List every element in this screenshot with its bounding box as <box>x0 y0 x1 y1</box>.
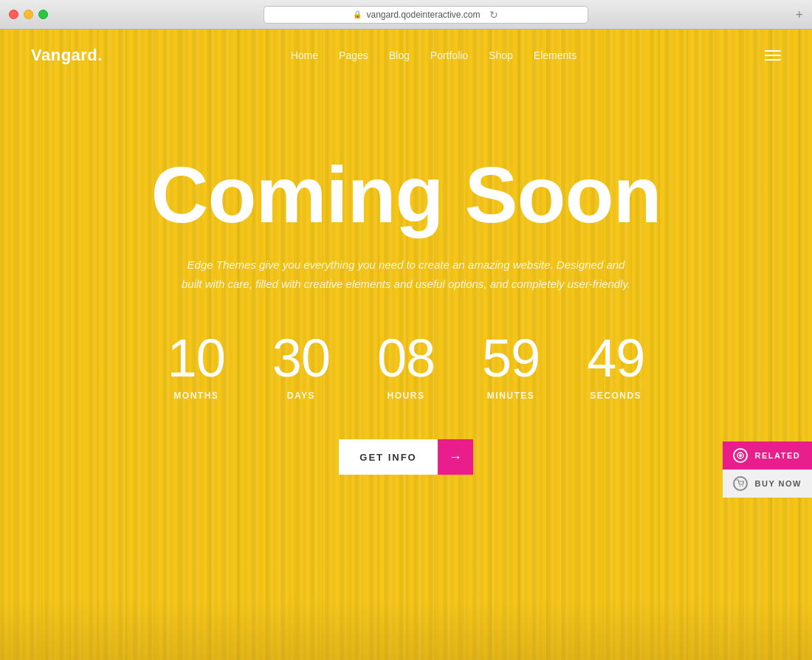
refresh-icon[interactable]: ↻ <box>489 9 498 21</box>
lock-icon: 🔒 <box>353 10 362 18</box>
months-label: Months <box>168 391 225 401</box>
related-label: RELATED <box>755 451 801 460</box>
related-widget[interactable]: RELATED <box>723 441 812 470</box>
hours-label: Hours <box>377 391 435 401</box>
countdown-timer: 10 Months 30 Days 08 Hours 59 Minutes 49… <box>0 331 812 401</box>
nav-item-shop[interactable]: Shop <box>489 49 513 62</box>
nav-item-home[interactable]: Home <box>291 49 318 62</box>
nav-item-pages[interactable]: Pages <box>339 49 368 62</box>
bottom-overlay <box>0 601 812 660</box>
buy-now-widget[interactable]: BUY NOW <box>723 470 812 498</box>
seconds-label: Seconds <box>587 391 644 401</box>
svg-point-2 <box>739 486 740 487</box>
hero-subtitle: Edge Themes give you everything you need… <box>177 255 635 293</box>
add-tab-button[interactable]: + <box>795 8 803 21</box>
countdown-minutes: 59 Minutes <box>482 331 540 401</box>
nav-item-portfolio[interactable]: Portfolio <box>430 49 468 62</box>
maximize-button[interactable] <box>38 10 48 19</box>
nav-item-elements[interactable]: Elements <box>534 49 577 62</box>
countdown-seconds: 49 Seconds <box>587 331 644 401</box>
hero-section: Coming Soon Edge Themes give you everyth… <box>0 81 812 475</box>
cta-arrow-button[interactable]: → <box>438 439 473 475</box>
browser-chrome: 🔒 vangard.qodeinteractive.com ↻ + <box>0 0 812 30</box>
hamburger-menu[interactable] <box>765 50 781 61</box>
side-widgets: RELATED BUY NOW <box>723 441 812 498</box>
minutes-label: Minutes <box>482 391 540 401</box>
svg-point-3 <box>742 486 743 487</box>
countdown-months: 10 Months <box>168 331 225 401</box>
countdown-hours: 08 Hours <box>377 331 435 401</box>
traffic-lights <box>9 10 48 19</box>
cart-icon <box>733 476 748 491</box>
hours-number: 08 <box>377 331 435 385</box>
close-button[interactable] <box>9 10 18 19</box>
seconds-number: 49 <box>587 331 644 385</box>
cta-area: GET INFO → <box>0 439 812 475</box>
related-icon <box>733 448 748 463</box>
nav-links: Home Pages Blog Portfolio Shop Elements <box>291 49 577 62</box>
url-text: vangard.qodeinteractive.com <box>366 10 480 20</box>
countdown-days: 30 Days <box>272 331 330 401</box>
url-bar[interactable]: 🔒 vangard.qodeinteractive.com ↻ <box>264 6 588 24</box>
nav-item-blog[interactable]: Blog <box>389 49 410 62</box>
minutes-number: 59 <box>482 331 540 385</box>
website-container: Vangard. Home Pages Blog Portfolio Shop … <box>0 30 812 660</box>
navbar: Vangard. Home Pages Blog Portfolio Shop … <box>0 30 812 81</box>
hero-title: Coming Soon <box>0 155 812 235</box>
minimize-button[interactable] <box>24 10 33 19</box>
site-logo[interactable]: Vangard. <box>31 46 103 65</box>
get-info-button[interactable]: GET INFO <box>339 439 437 475</box>
days-number: 30 <box>272 331 330 385</box>
days-label: Days <box>272 391 330 401</box>
months-number: 10 <box>168 331 225 385</box>
buy-now-label: BUY NOW <box>755 479 802 488</box>
svg-point-1 <box>739 454 742 457</box>
